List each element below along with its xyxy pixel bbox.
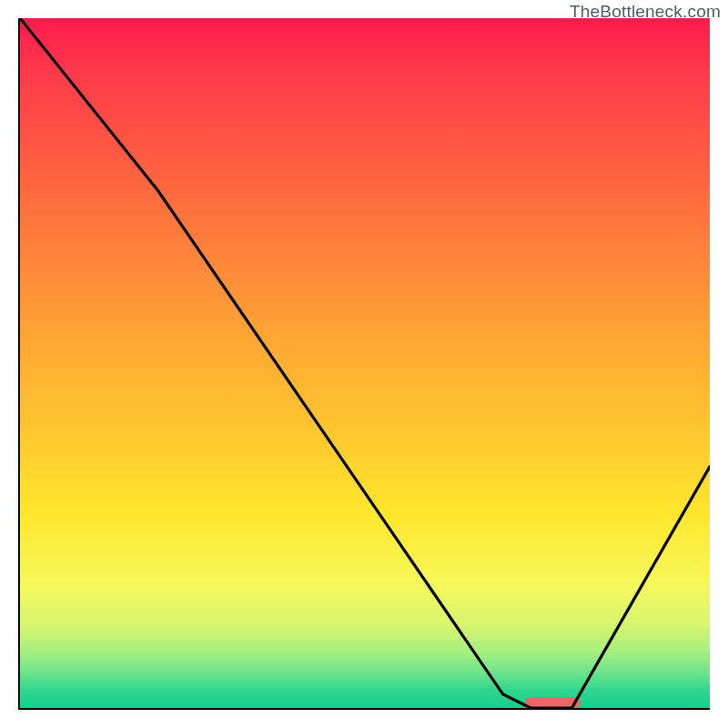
bottleneck-curve: [20, 18, 710, 708]
curve-path: [20, 18, 710, 708]
plot-area: [18, 18, 710, 710]
chart-stage: TheBottleneck.com: [0, 0, 728, 728]
